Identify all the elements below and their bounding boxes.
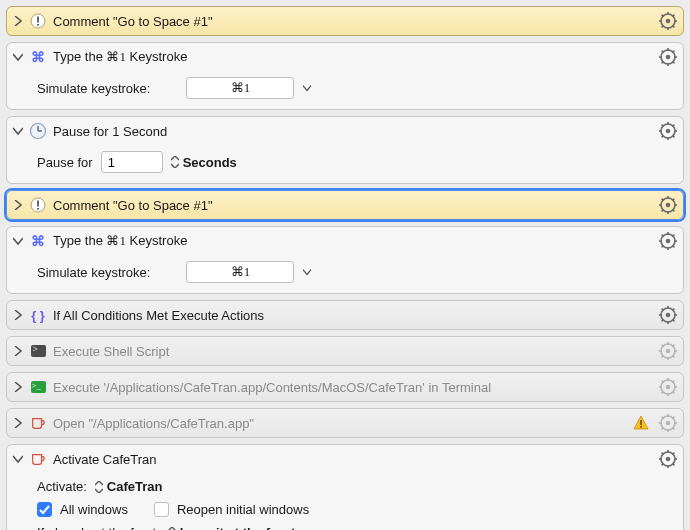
gear-icon[interactable] <box>659 196 677 214</box>
terminal-icon <box>29 342 47 360</box>
action-title: Open "/Applications/CafeTran.app" <box>53 416 254 431</box>
gear-icon[interactable] <box>659 122 677 140</box>
simulate-keystroke-label: Simulate keystroke: <box>37 265 150 280</box>
action-title: Type the ⌘1 Keystroke <box>53 49 187 65</box>
action-title: Comment "Go to Space #1" <box>53 198 213 213</box>
action-title: Type the ⌘1 Keystroke <box>53 233 187 249</box>
action-if_conditions[interactable]: { } If All Conditions Met Execute Action… <box>6 300 684 330</box>
activate-app-picker[interactable]: CafeTran <box>95 479 163 494</box>
action-activate[interactable]: Activate CafeTran Activate: CafeTran All… <box>6 444 684 530</box>
reopen-windows-label: Reopen initial windows <box>177 502 309 517</box>
disclosure-chevron-icon[interactable] <box>13 16 23 26</box>
action-title: Execute '/Applications/CafeTran.app/Cont… <box>53 380 491 395</box>
action-header[interactable]: Comment "Go to Space #1" <box>7 7 683 35</box>
braces-icon: { } <box>29 306 47 324</box>
action-header[interactable]: Execute Shell Script <box>7 337 683 365</box>
action-header[interactable]: Execute '/Applications/CafeTran.app/Cont… <box>7 373 683 401</box>
action-type_keystroke[interactable]: ⌘ Type the ⌘1 Keystroke Simulate keystro… <box>6 226 684 294</box>
pause-unit-stepper[interactable]: Seconds <box>171 155 237 170</box>
disclosure-chevron-icon[interactable] <box>13 310 23 320</box>
gear-icon[interactable] <box>659 232 677 250</box>
keyboard-icon: ⌘ <box>29 232 47 250</box>
action-header[interactable]: Open "/Applications/CafeTran.app" <box>7 409 683 437</box>
pause-duration-field[interactable] <box>101 151 163 173</box>
comment-icon <box>29 12 47 30</box>
warning-icon <box>633 415 649 431</box>
action-header[interactable]: Activate CafeTran <box>7 445 683 473</box>
action-title: Comment "Go to Space #1" <box>53 14 213 29</box>
gear-icon[interactable] <box>659 414 677 432</box>
gear-icon[interactable] <box>659 342 677 360</box>
action-open_app[interactable]: Open "/Applications/CafeTran.app" <box>6 408 684 438</box>
action-type_keystroke[interactable]: ⌘ Type the ⌘1 Keystroke Simulate keystro… <box>6 42 684 110</box>
disclosure-chevron-icon[interactable] <box>13 236 23 246</box>
action-shell_green[interactable]: Execute '/Applications/CafeTran.app/Cont… <box>6 372 684 402</box>
action-header[interactable]: Comment "Go to Space #1" <box>7 191 683 219</box>
clock-icon <box>29 122 47 140</box>
action-pause[interactable]: Pause for 1 Second Pause for Seconds <box>6 116 684 184</box>
disclosure-chevron-icon[interactable] <box>13 346 23 356</box>
disclosure-chevron-icon[interactable] <box>13 454 23 464</box>
disclosure-chevron-icon[interactable] <box>13 126 23 136</box>
gear-icon[interactable] <box>659 450 677 468</box>
disclosure-chevron-icon[interactable] <box>13 382 23 392</box>
keystroke-dropdown-icon[interactable] <box>302 81 312 95</box>
action-title: Activate CafeTran <box>53 452 157 467</box>
action-header[interactable]: { } If All Conditions Met Execute Action… <box>7 301 683 329</box>
front-behavior-label: If already at the front: <box>37 525 160 530</box>
action-comment[interactable]: Comment "Go to Space #1" <box>6 190 684 220</box>
action-shell[interactable]: Execute Shell Script <box>6 336 684 366</box>
action-title: Execute Shell Script <box>53 344 169 359</box>
action-header[interactable]: ⌘ Type the ⌘1 Keystroke <box>7 227 683 255</box>
simulate-keystroke-label: Simulate keystroke: <box>37 81 150 96</box>
all-windows-label: All windows <box>60 502 128 517</box>
pause-for-label: Pause for <box>37 155 93 170</box>
disclosure-chevron-icon[interactable] <box>13 52 23 62</box>
terminal-green-icon <box>29 378 47 396</box>
comment-icon <box>29 196 47 214</box>
activate-label: Activate: <box>37 479 87 494</box>
gear-icon[interactable] <box>659 306 677 324</box>
disclosure-chevron-icon[interactable] <box>13 418 23 428</box>
reopen-windows-checkbox[interactable] <box>154 502 169 517</box>
keystroke-field[interactable]: ⌘1 <box>186 261 294 283</box>
action-title: If All Conditions Met Execute Actions <box>53 308 264 323</box>
all-windows-checkbox[interactable] <box>37 502 52 517</box>
action-header[interactable]: Pause for 1 Second <box>7 117 683 145</box>
gear-icon[interactable] <box>659 12 677 30</box>
keystroke-dropdown-icon[interactable] <box>302 265 312 279</box>
app-icon <box>29 450 47 468</box>
front-behavior-stepper[interactable]: leave it at the front <box>168 525 296 530</box>
gear-icon[interactable] <box>659 378 677 396</box>
keyboard-icon: ⌘ <box>29 48 47 66</box>
action-title: Pause for 1 Second <box>53 124 167 139</box>
keystroke-field[interactable]: ⌘1 <box>186 77 294 99</box>
app-icon <box>29 414 47 432</box>
gear-icon[interactable] <box>659 48 677 66</box>
action-comment[interactable]: Comment "Go to Space #1" <box>6 6 684 36</box>
action-header[interactable]: ⌘ Type the ⌘1 Keystroke <box>7 43 683 71</box>
disclosure-chevron-icon[interactable] <box>13 200 23 210</box>
